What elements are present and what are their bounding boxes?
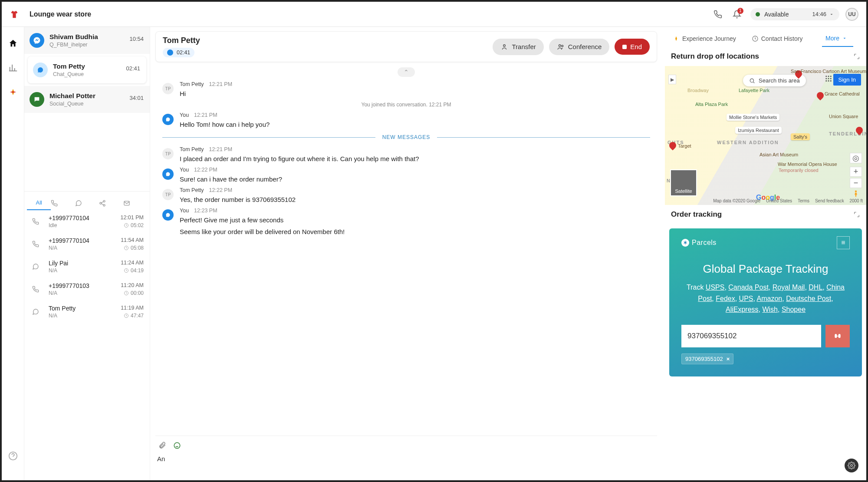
conv-queue: Chat_Queue <box>53 71 141 77</box>
tracking-number-chip[interactable]: 937069355102× <box>681 353 733 364</box>
hist-tab-all[interactable]: All <box>27 196 51 210</box>
conv-queue: Q_FBM_ihelper <box>49 42 145 48</box>
new-messages-divider: NEW MESSAGES <box>162 134 650 140</box>
carrier-link[interactable]: Amazon <box>757 295 783 302</box>
user-avatar[interactable]: UU <box>845 8 858 21</box>
svg-point-2 <box>100 202 102 204</box>
history-contact: +19997770104 <box>49 215 120 221</box>
tab-experience-journey[interactable]: Experience Journey <box>669 31 740 46</box>
carrier-link[interactable]: Wish <box>762 306 778 313</box>
map-pegman-icon[interactable] <box>850 188 862 200</box>
rail-app-icon[interactable] <box>6 85 20 99</box>
person-icon <box>500 43 508 51</box>
chat-timer: 02:41 <box>177 50 190 56</box>
hist-tab-phone[interactable] <box>51 196 75 210</box>
history-state: N/A <box>49 290 121 296</box>
history-item[interactable]: Lily PaiN/A 11:24 AM04:19 <box>24 255 150 278</box>
svg-point-21 <box>830 78 832 79</box>
history-item[interactable]: +19997770104N/A 11:54 AM05:08 <box>24 233 150 255</box>
carrier-link[interactable]: Deutsche Post <box>786 295 831 302</box>
expand-icon[interactable] <box>853 211 860 218</box>
chevron-down-icon <box>829 12 834 17</box>
notifications-icon[interactable]: 1 <box>729 6 745 23</box>
carrier-link[interactable]: USPS <box>706 284 725 291</box>
history-item[interactable]: +19997770103N/A 11:20 AM00:00 <box>24 278 150 300</box>
conference-button[interactable]: Conference <box>549 39 610 55</box>
rail-help[interactable] <box>6 449 20 463</box>
attach-icon[interactable] <box>157 440 168 451</box>
carrier-link[interactable]: UPS <box>739 295 753 302</box>
hist-tab-email[interactable] <box>123 196 147 210</box>
settings-gear-icon[interactable] <box>845 459 858 472</box>
map-place: War Memorial Opera House <box>778 162 837 167</box>
tab-contact-history[interactable]: Contact History <box>748 31 806 46</box>
conversation-item[interactable]: Michael Potter Social_Queue 34:01 <box>24 86 150 113</box>
track-search-button[interactable] <box>825 325 850 347</box>
map-place: Salty's <box>791 133 810 140</box>
svg-point-19 <box>825 78 827 79</box>
map-signin-button[interactable]: Sign In <box>833 74 861 86</box>
chat-icon <box>30 307 41 317</box>
system-join-text: You joined this conversation. 12:21 PM <box>155 102 657 108</box>
history-contact: +19997770104 <box>49 237 121 244</box>
expand-icon[interactable] <box>853 53 860 60</box>
agent-avatar-icon <box>162 209 174 221</box>
history-item[interactable]: Tom PettyN/A 11:19 AM47:47 <box>24 300 150 323</box>
people-icon <box>557 43 565 51</box>
message-sender: You <box>180 208 189 214</box>
history-time: 11:24 AM <box>121 260 144 266</box>
availability-dropdown[interactable]: Available 14:46 <box>750 8 839 20</box>
end-button[interactable]: End <box>615 39 650 55</box>
message-row: TPTom Petty12:21 PMHi <box>162 81 650 97</box>
svg-point-23 <box>828 80 829 82</box>
message-sender: You <box>180 167 189 173</box>
svg-point-18 <box>830 76 832 77</box>
conversation-item[interactable]: Tom Petty Chat_Queue 02:41 <box>28 56 146 83</box>
map-locate-icon[interactable]: ◎ <box>850 153 862 163</box>
carrier-link[interactable]: DHL <box>809 284 822 291</box>
carrier-link[interactable]: Canada Post <box>728 284 769 291</box>
conv-queue: Social_Queue <box>49 101 145 107</box>
section-title-tracking: Order tracking <box>671 210 722 219</box>
history-item[interactable]: +19997770104Idle 12:01 PM05:02 <box>24 210 150 233</box>
tab-more[interactable]: More <box>822 30 853 47</box>
message-text: Yes, the order number is 937069355102 <box>180 196 296 203</box>
customer-avatar-icon: TP <box>162 189 174 200</box>
clock-icon <box>752 35 759 42</box>
message-time: 12:21 PM <box>209 81 233 87</box>
compose-input[interactable]: An <box>155 451 657 474</box>
chip-remove-icon[interactable]: × <box>727 356 730 362</box>
rail-analytics[interactable] <box>6 61 20 75</box>
carrier-link[interactable]: Fedex <box>716 295 735 302</box>
map-satellite-toggle[interactable]: Satellite <box>670 169 697 196</box>
parcels-logo-text: Parcels <box>692 239 717 247</box>
tracking-menu-button[interactable]: ≡ <box>837 236 850 249</box>
history-state: Idle <box>49 222 120 228</box>
hist-tab-social[interactable] <box>99 196 123 210</box>
history-duration: 04:19 <box>121 267 144 274</box>
svg-point-16 <box>825 76 827 77</box>
carrier-link[interactable]: Shopee <box>782 306 806 313</box>
tracking-number-input[interactable]: 937069355102 <box>681 325 821 347</box>
map-zoom-out[interactable]: − <box>850 178 862 188</box>
transfer-button[interactable]: Transfer <box>493 39 543 55</box>
binoculars-icon <box>833 332 842 340</box>
hist-tab-chat[interactable] <box>75 196 99 210</box>
carrier-link[interactable]: AliExpress <box>726 306 759 313</box>
whatsapp-icon[interactable] <box>172 440 182 451</box>
dial-phone-icon[interactable] <box>710 6 726 23</box>
svg-point-13 <box>174 442 180 449</box>
map-widget[interactable]: ▶ Search this area Sign In GHTS WESTERN … <box>665 66 866 205</box>
map-panel-toggle[interactable]: ▶ <box>668 75 676 84</box>
map-apps-icon[interactable] <box>825 75 832 83</box>
message-time: 12:23 PM <box>194 208 217 214</box>
rail-home[interactable] <box>6 36 20 50</box>
scroll-up-pill[interactable]: ⌃ <box>398 67 415 77</box>
history-duration: 05:02 <box>120 222 144 228</box>
map-place: Alta Plaza Park <box>695 102 728 107</box>
svg-point-25 <box>851 465 853 467</box>
map-footer: Map data ©2020 Google United States Term… <box>709 198 863 203</box>
carrier-link[interactable]: Royal Mail <box>773 284 805 291</box>
map-zoom-in[interactable]: + <box>850 167 862 177</box>
conversation-item[interactable]: Shivam Budhia Q_FBM_ihelper 10:54 <box>24 27 150 54</box>
